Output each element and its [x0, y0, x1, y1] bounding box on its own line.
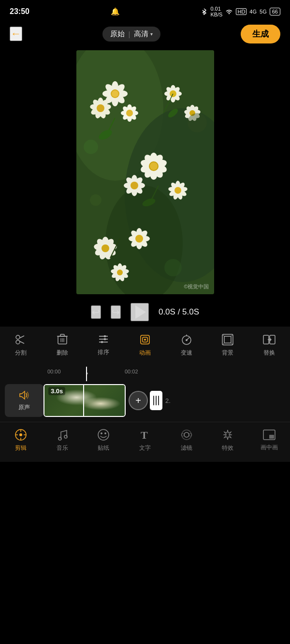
svg-rect-133 [104, 338, 106, 340]
svg-point-160 [104, 432, 106, 434]
svg-point-159 [101, 432, 102, 434]
nav-music-label: 音乐 [57, 444, 68, 452]
hd-label: HD [236, 8, 246, 15]
effects-nav-icon [221, 428, 234, 442]
nav-effects-label: 特效 [222, 444, 233, 452]
toolbar: 分割 删除 排序 动画 [0, 327, 290, 362]
tool-background[interactable]: 背景 [213, 333, 242, 357]
scissors-icon [14, 333, 27, 346]
svg-point-120 [16, 335, 20, 339]
bottom-nav: 剪辑 音乐 贴纸 T 文字 滤镜 [0, 422, 290, 462]
nav-edit-label: 剪辑 [15, 444, 27, 452]
svg-point-118 [90, 194, 102, 206]
svg-point-141 [186, 339, 188, 341]
svg-point-162 [184, 432, 189, 437]
trash-icon [57, 333, 68, 346]
chevron-down-icon: ▾ [150, 31, 153, 37]
sticker-nav-icon [97, 428, 110, 442]
svg-rect-134 [101, 341, 103, 343]
tool-replace-label: 替换 [263, 349, 275, 357]
tool-delete-label: 删除 [57, 349, 68, 357]
pip-nav-icon [262, 429, 276, 441]
nav-sticker-label: 贴纸 [98, 444, 109, 452]
plus-icon: + [135, 395, 141, 406]
top-nav: ← 原始 | 高清 ▾ 生成 [0, 21, 290, 46]
playback-controls: ↩ ↪ 0.0S / 5.0S [0, 298, 290, 327]
tool-replace[interactable]: 替换 [255, 333, 284, 357]
tool-cut-label: 分割 [15, 349, 27, 357]
status-time: 23:50 [10, 7, 29, 16]
svg-point-119 [16, 340, 20, 344]
nav-filter[interactable]: 滤镜 [170, 428, 203, 452]
track-audio-label[interactable]: 原声 [5, 384, 44, 417]
svg-rect-132 [104, 335, 106, 337]
nav-sticker[interactable]: 贴纸 [87, 428, 120, 452]
playhead-top [86, 367, 87, 381]
tool-animate[interactable]: 动画 [130, 333, 160, 357]
animate-icon [139, 333, 151, 346]
clip-area: 3.0s + 2. [44, 384, 290, 417]
playhead-track [83, 384, 84, 417]
speaker-icon [18, 389, 30, 401]
add-clip-button[interactable]: + [129, 391, 148, 410]
undo-button[interactable]: ↩ [91, 305, 101, 319]
background-icon [221, 333, 234, 346]
tool-background-label: 背景 [222, 349, 233, 357]
svg-point-53 [130, 182, 138, 189]
svg-point-163 [182, 430, 191, 440]
nav-edit[interactable]: 剪辑 [4, 428, 38, 452]
filter-nav-icon [180, 428, 193, 442]
speed-icon [180, 333, 193, 346]
svg-point-117 [164, 259, 182, 276]
video-clip[interactable]: 3.0s [44, 384, 126, 417]
timeline-ruler: 00:00 00:02 [5, 367, 285, 381]
quality-selector[interactable]: 原始 | 高清 ▾ [102, 27, 161, 42]
play-button[interactable] [130, 303, 149, 321]
svg-point-63 [174, 187, 181, 194]
tool-cut[interactable]: 分割 [6, 333, 35, 357]
svg-rect-167 [269, 435, 274, 439]
nav-text[interactable]: T 文字 [128, 428, 162, 452]
redo-button[interactable]: ↪ [111, 305, 121, 319]
svg-point-82 [135, 235, 143, 243]
quality-original-label: 原始 [110, 29, 125, 39]
generate-button[interactable]: 生成 [241, 25, 280, 43]
time-display: 0.0S / 5.0S [159, 307, 199, 317]
tool-speed-label: 变速 [181, 349, 192, 357]
tool-speed[interactable]: 变速 [172, 333, 201, 357]
battery-icon: 66 [270, 8, 280, 15]
nav-text-label: 文字 [139, 444, 151, 452]
status-icons: 0.01KB/S HD 4G 5G 66 [201, 6, 280, 17]
nav-music[interactable]: 音乐 [45, 428, 79, 452]
svg-text:T: T [141, 429, 148, 441]
trim-handle[interactable] [150, 391, 162, 410]
quality-hd-option[interactable]: 高清 ▾ [134, 29, 153, 39]
svg-point-73 [102, 244, 109, 252]
status-bar: 23:50 🔔 0.01KB/S HD 4G 5G 66 [0, 0, 290, 21]
nav-effects[interactable]: 特效 [211, 428, 245, 452]
trim-handle-lines [153, 396, 159, 405]
tool-delete[interactable]: 删除 [48, 333, 77, 357]
network-4g-label: 4G [249, 9, 257, 14]
svg-point-23 [97, 104, 104, 112]
sort-icon [97, 334, 110, 345]
svg-point-151 [19, 433, 22, 436]
tool-sort[interactable]: 排序 [89, 334, 118, 357]
timeline-track: 原声 3.0s + [0, 381, 290, 422]
network-5g-label: 5G [260, 9, 267, 14]
svg-point-32 [126, 110, 133, 116]
play-icon [135, 305, 146, 319]
ruler-mark-0: 00:00 [47, 369, 61, 374]
nav-filter-label: 滤镜 [181, 444, 192, 452]
text-nav-icon: T [139, 428, 151, 442]
edit-nav-icon [14, 428, 28, 442]
back-button[interactable]: ← [10, 27, 22, 41]
svg-point-115 [84, 140, 98, 154]
tool-sort-label: 排序 [98, 348, 109, 357]
nav-pip[interactable]: 画中画 [252, 429, 286, 452]
video-frame [76, 50, 214, 294]
flower-illustration [76, 50, 214, 294]
svg-point-158 [98, 429, 109, 440]
hd-option-label: 高清 [134, 29, 148, 39]
data-speed-icon: 0.01KB/S [210, 6, 222, 17]
